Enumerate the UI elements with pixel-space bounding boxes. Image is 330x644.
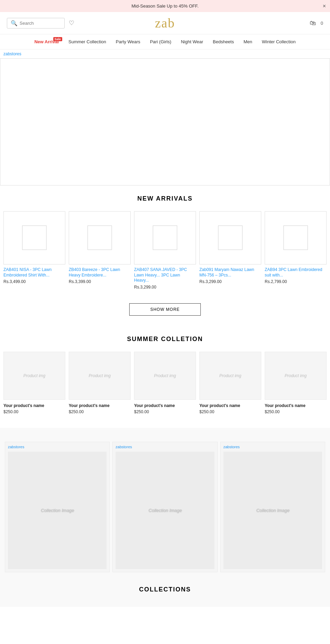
product-price-3: Rs.3,299.00 xyxy=(199,279,261,284)
summer-image-2: Product img xyxy=(134,352,196,400)
product-image-1 xyxy=(69,211,131,264)
product-image-3 xyxy=(199,211,261,264)
nav-item-pari[interactable]: Pari (Girls) xyxy=(145,37,176,46)
summer-img-text-2: Product img xyxy=(154,373,176,378)
nav-label-men: Men xyxy=(243,39,252,44)
wishlist-icon[interactable]: ♡ xyxy=(69,19,74,27)
svg-rect-4 xyxy=(284,226,308,250)
nav-label-summer: Summer Collection xyxy=(68,39,106,44)
summer-img-text-4: Product img xyxy=(285,373,307,378)
product-name-0[interactable]: ZAB401 NISA - 3PC Lawn Embroidered Shirt… xyxy=(3,267,65,278)
breadcrumb[interactable]: zabstores xyxy=(0,49,330,58)
summer-product-price-1: $250.00 xyxy=(69,409,131,414)
summer-card-2: Product img Your product's name $250.00 xyxy=(134,352,196,414)
summer-product-price-0: $250.00 xyxy=(3,409,65,414)
announcement-bar: Mid-Season Sale Up to 45% OFF. × xyxy=(0,0,330,12)
product-price-2: Rs.3,299.00 xyxy=(134,285,196,290)
product-price-4: Rs.2,799.00 xyxy=(265,279,327,284)
product-image-4 xyxy=(265,211,327,264)
search-icon: 🔍 xyxy=(11,20,18,26)
product-image-0 xyxy=(3,211,65,264)
nav-item-winter[interactable]: Winter Collection xyxy=(257,37,300,46)
collection-image-2: Collection Image xyxy=(223,452,322,569)
summer-image-0: Product img xyxy=(3,352,65,400)
summer-card-3: Product img Your product's name $250.00 xyxy=(199,352,261,414)
product-img-placeholder-3 xyxy=(206,217,255,259)
collection-img-text-2: Collection Image xyxy=(256,508,289,513)
search-input[interactable] xyxy=(20,21,61,26)
nav-label-pari: Pari (Girls) xyxy=(150,39,171,44)
nav-item-new-arrival[interactable]: New Arrival Sale xyxy=(30,37,64,46)
main-nav: New Arrival Sale Summer Collection Party… xyxy=(0,34,330,49)
summer-collection-section: SUMMER COLLETION Product img Your produc… xyxy=(0,326,330,428)
show-more-wrap: SHOW MORE xyxy=(0,296,330,326)
summer-card-0: Product img Your product's name $250.00 xyxy=(3,352,65,414)
product-card-0: ZAB401 NISA - 3PC Lawn Embroidered Shirt… xyxy=(3,211,65,290)
nav-label-party: Party Wears xyxy=(116,39,140,44)
product-img-placeholder-4 xyxy=(271,217,320,259)
summer-product-name-1[interactable]: Your product's name xyxy=(69,403,131,408)
cart-icon[interactable]: 🛍 xyxy=(310,20,316,27)
search-box[interactable]: 🔍 xyxy=(7,18,65,29)
collection-img-text-1: Collection Image xyxy=(148,508,182,513)
summer-img-text-3: Product img xyxy=(219,373,241,378)
summer-product-name-3[interactable]: Your product's name xyxy=(199,403,261,408)
summer-collection-title: SUMMER COLLETION xyxy=(0,326,330,348)
svg-rect-3 xyxy=(218,226,242,250)
product-name-4[interactable]: ZAB94 3PC Lawn Embroidered suit with... xyxy=(265,267,327,278)
nav-item-party[interactable]: Party Wears xyxy=(111,37,145,46)
summer-product-price-3: $250.00 xyxy=(199,409,261,414)
product-img-placeholder-1 xyxy=(75,217,124,259)
new-arrivals-title: NEW ARRIVALS xyxy=(0,185,330,208)
collection-img-text-0: Collection Image xyxy=(41,508,74,513)
product-price-1: Rs.3,399.00 xyxy=(69,279,131,284)
announcement-close-button[interactable]: × xyxy=(323,3,326,9)
summer-image-4: Product img xyxy=(265,352,327,400)
collections-grid: zabstores Collection Image zabstores Col… xyxy=(0,435,330,579)
collection-card-1[interactable]: zabstores Collection Image xyxy=(112,442,217,572)
collection-card-2[interactable]: zabstores Collection Image xyxy=(220,442,325,572)
summer-product-price-2: $250.00 xyxy=(134,409,196,414)
product-price-0: Rs.3,499.00 xyxy=(3,279,65,284)
collection-image-1: Collection Image xyxy=(116,452,214,569)
hero-banner xyxy=(0,58,330,185)
nav-item-summer[interactable]: Summer Collection xyxy=(64,37,111,46)
summer-product-grid: Product img Your product's name $250.00 … xyxy=(0,348,330,421)
svg-rect-2 xyxy=(153,226,177,250)
summer-img-text-1: Product img xyxy=(89,373,111,378)
product-card-2: ZAB407 SANA JAVED - 3PC Lawn Heavy... 3P… xyxy=(134,211,196,290)
collections-section: zabstores Collection Image zabstores Col… xyxy=(0,428,330,607)
summer-product-name-0[interactable]: Your product's name xyxy=(3,403,65,408)
nav-item-night[interactable]: Night Wear xyxy=(176,37,208,46)
summer-product-name-4[interactable]: Your product's name xyxy=(265,403,327,408)
collection-label-0: zabstores xyxy=(8,445,107,449)
collection-image-0: Collection Image xyxy=(8,452,107,569)
summer-card-4: Product img Your product's name $250.00 xyxy=(265,352,327,414)
collection-card-0[interactable]: zabstores Collection Image xyxy=(5,442,110,572)
nav-label-night: Night Wear xyxy=(181,39,203,44)
product-name-2[interactable]: ZAB407 SANA JAVED - 3PC Lawn Heavy... 3P… xyxy=(134,267,196,283)
logo[interactable]: zab xyxy=(112,15,218,31)
summer-product-price-4: $250.00 xyxy=(265,409,327,414)
summer-image-3: Product img xyxy=(199,352,261,400)
product-name-1[interactable]: ZB403 Bareeze - 3PC Lawn Heavy Embroider… xyxy=(69,267,131,278)
product-card-1: ZB403 Bareeze - 3PC Lawn Heavy Embroider… xyxy=(69,211,131,290)
header-left: 🔍 ♡ xyxy=(7,18,112,29)
show-more-button[interactable]: SHOW MORE xyxy=(129,303,201,316)
nav-item-men[interactable]: Men xyxy=(239,37,257,46)
svg-rect-0 xyxy=(22,226,46,250)
summer-product-name-2[interactable]: Your product's name xyxy=(134,403,196,408)
nav-item-bedsheets[interactable]: Bedsheets xyxy=(208,37,239,46)
summer-img-text-0: Product img xyxy=(23,373,45,378)
product-card-3: Zab091 Maryam Nawaz Lawn MN-756 – 3Pcs..… xyxy=(199,211,261,290)
header-right: 🛍 0 xyxy=(218,20,323,27)
collections-title: COLLECTIONS xyxy=(0,579,330,597)
new-arrivals-grid: ZAB401 NISA - 3PC Lawn Embroidered Shirt… xyxy=(0,208,330,296)
nav-label-bedsheets: Bedsheets xyxy=(213,39,234,44)
product-image-2 xyxy=(134,211,196,264)
sale-badge: Sale xyxy=(53,37,63,41)
product-name-3[interactable]: Zab091 Maryam Nawaz Lawn MN-756 – 3Pcs..… xyxy=(199,267,261,278)
new-arrivals-section: NEW ARRIVALS ZAB401 NISA - 3PC Lawn Embr… xyxy=(0,185,330,326)
collection-label-2: zabstores xyxy=(223,445,322,449)
summer-image-1: Product img xyxy=(69,352,131,400)
